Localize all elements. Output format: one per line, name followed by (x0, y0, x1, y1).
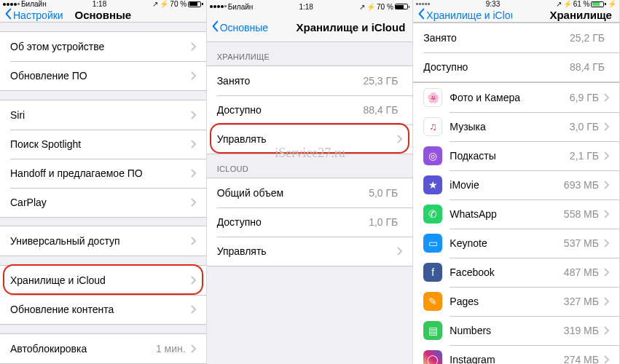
nav-bar: Хранилище и iCloud Хранилище (413, 8, 619, 23)
row-background-refresh[interactable]: Обновление контента (0, 295, 206, 324)
app-size: 558 МБ (564, 208, 599, 220)
row-spotlight[interactable]: Поиск Spotlight (0, 130, 206, 159)
back-label: Основные (220, 22, 268, 33)
location-icon: ↗ (359, 3, 365, 11)
app-name: WhatsApp (450, 208, 564, 220)
screen-general: Билайн 1:18 ↗ ⚡ 70 % Настройки Основные … (0, 0, 207, 364)
app-row[interactable]: ✆WhatsApp558 МБ (413, 199, 619, 229)
carrier: Билайн (228, 3, 254, 11)
group-device-storage: Занято25,3 ГБ Доступно88,4 ГБ Управлять (207, 66, 413, 154)
row-available: Доступно88,4 ГБ (413, 52, 619, 82)
app-row[interactable]: ◯Instagram274 МБ (413, 345, 619, 364)
group-summary: Занято25,2 ГБ Доступно88,4 ГБ (413, 23, 619, 82)
back-button[interactable]: Хранилище и iCloud (417, 8, 512, 22)
row-about[interactable]: Об этом устройстве (0, 32, 206, 61)
app-size: 274 МБ (564, 354, 599, 364)
location-icon: ↗ (556, 0, 562, 8)
chevron-right-icon (190, 42, 196, 51)
group-autolock: Автоблокировка1 мин. (0, 333, 206, 364)
app-name: Facebook (450, 266, 564, 278)
row-icloud-manage[interactable]: Управлять (207, 237, 413, 266)
app-name: Pages (450, 296, 564, 307)
app-size: 319 МБ (564, 325, 599, 336)
row-manage-storage[interactable]: Управлять (207, 124, 413, 154)
app-name: Keynote (450, 237, 564, 249)
battery-icon (591, 1, 606, 7)
app-icon: ★ (423, 175, 442, 194)
back-button[interactable]: Основные (211, 20, 268, 34)
chevron-right-icon (603, 297, 609, 306)
chevron-right-icon (190, 237, 196, 245)
app-size: 537 МБ (564, 237, 599, 249)
app-name: Музыка (450, 121, 570, 132)
battery-icon (188, 1, 203, 7)
nav-bar: Основные Хранилище и iCloud (207, 13, 413, 42)
app-row[interactable]: ▤Numbers319 МБ (413, 316, 619, 345)
chevron-right-icon (190, 71, 196, 80)
row-handoff[interactable]: Handoff и предлагаемое ПО (0, 159, 206, 188)
row-used: Занято25,2 ГБ (413, 23, 619, 52)
carrier: Билайн (21, 0, 47, 8)
chevron-right-icon (190, 111, 196, 119)
chevron-right-icon (603, 122, 609, 131)
row-accessibility[interactable]: Универсальный доступ (0, 226, 206, 256)
screen-storage-icloud: Билайн 1:18 ↗ ⚡ 70 % Основные Хранилище … (207, 0, 414, 364)
battery-pct: 61 % (573, 0, 590, 8)
chevron-right-icon (190, 344, 196, 353)
app-icon: ✆ (423, 205, 442, 223)
row-siri[interactable]: Siri (0, 100, 206, 130)
chevron-right-icon (603, 326, 609, 335)
app-size: 2,1 ГБ (570, 150, 599, 162)
chevron-right-icon (190, 140, 196, 149)
group-icloud-storage: Общий объем5,0 ГБ Доступно1,0 ГБ Управля… (207, 178, 413, 266)
charging-icon: ⚡ (608, 0, 616, 8)
status-bar: 9:33 ↗ ⚡ 61 % ⚡ (413, 0, 619, 8)
app-row[interactable]: ▭Keynote537 МБ (413, 229, 619, 258)
chevron-right-icon (603, 355, 609, 364)
app-row[interactable]: fFacebook487 МБ (413, 258, 619, 287)
back-label: Хранилище и iCloud (426, 9, 512, 21)
chevron-right-icon (396, 135, 402, 143)
chevron-right-icon (190, 276, 196, 285)
bluetooth-icon: ⚡ (563, 0, 572, 8)
app-row[interactable]: ✎Pages327 МБ (413, 287, 619, 316)
app-size: 693 МБ (564, 179, 599, 191)
chevron-left-icon (4, 8, 12, 22)
row-carplay[interactable]: CarPlay (0, 188, 206, 217)
page-title: Основные (74, 9, 131, 21)
row-storage-icloud[interactable]: Хранилище и iCloud (0, 266, 206, 295)
back-button[interactable]: Настройки (4, 8, 63, 22)
battery-icon (395, 4, 410, 9)
group-features: Siri Поиск Spotlight Handoff и предлагае… (0, 100, 206, 218)
row-autolock[interactable]: Автоблокировка1 мин. (0, 334, 206, 363)
app-name: Numbers (450, 325, 564, 336)
status-time: 1:18 (299, 3, 313, 11)
bluetooth-icon: ⚡ (366, 3, 375, 11)
app-name: Фото и Камера (450, 92, 570, 103)
app-size: 6,9 ГБ (570, 92, 599, 103)
app-icon: ◯ (423, 350, 442, 364)
app-icon: ▭ (423, 234, 442, 253)
bluetooth-icon: ⚡ (160, 0, 168, 8)
page-title: Хранилище (549, 9, 612, 21)
chevron-left-icon (417, 8, 425, 22)
app-name: iMovie (450, 179, 564, 191)
row-software-update[interactable]: Обновление ПО (0, 61, 206, 90)
app-row[interactable]: ★iMovie693 МБ (413, 170, 619, 199)
app-icon: f (423, 263, 442, 282)
app-size: 327 МБ (564, 296, 599, 307)
group-accessibility: Универсальный доступ (0, 226, 206, 256)
app-row[interactable]: ♫Музыка3,0 ГБ (413, 112, 619, 141)
autolock-value: 1 мин. (156, 343, 186, 355)
app-row[interactable]: 🌸Фото и Камера6,9 ГБ (413, 83, 619, 112)
row-available: Доступно88,4 ГБ (207, 95, 413, 124)
app-icon: ♫ (423, 117, 442, 136)
chevron-right-icon (603, 151, 609, 160)
app-row[interactable]: ◎Подкасты2,1 ГБ (413, 141, 619, 170)
section-header-icloud: ICLOUD (207, 154, 413, 178)
status-time: 9:33 (486, 0, 500, 8)
status-time: 1:18 (93, 0, 106, 8)
group-apps: 🌸Фото и Камера6,9 ГБ♫Музыка3,0 ГБ◎Подкас… (413, 82, 619, 364)
app-name: Instagram (450, 354, 564, 364)
battery-pct: 70 % (377, 3, 393, 11)
